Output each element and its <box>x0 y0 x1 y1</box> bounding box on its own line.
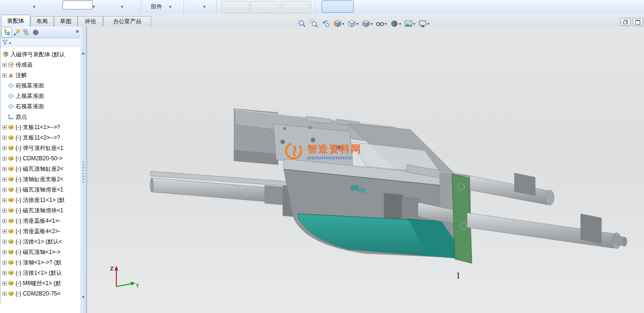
expand-icon[interactable] <box>2 229 7 234</box>
graphics-viewport[interactable]: 智造资料网 Z Y I <box>87 26 644 313</box>
tree-item[interactable]: (-) 滑座盖板4<2>- <box>0 226 80 236</box>
panel-collapse-button[interactable]: » <box>76 28 79 35</box>
tree-item[interactable]: (-) 弹弓顶杆缸座<1 <box>0 143 80 153</box>
filter-icon[interactable] <box>2 39 8 47</box>
expand-icon[interactable] <box>2 136 7 140</box>
expand-icon[interactable] <box>2 188 7 192</box>
previous-view-button[interactable] <box>321 18 331 29</box>
dropdown-caret-icon[interactable]: ▾ <box>203 4 206 9</box>
model-right-cylinders[interactable] <box>467 173 627 249</box>
tree-item[interactable]: (-) 支板11<2>-->? <box>0 132 80 143</box>
property-manager-tab[interactable] <box>12 27 21 37</box>
expand-icon[interactable] <box>2 240 7 244</box>
tree-item[interactable]: (-) 活接1<1> (默认 <box>0 268 80 278</box>
tree-item[interactable]: A注解 <box>0 70 80 80</box>
tab-assembly[interactable]: 装配体 <box>1 15 30 26</box>
ribbon-separator <box>141 0 141 14</box>
panel-splitter[interactable]: ▲ ▼ <box>80 26 87 313</box>
expand-icon[interactable] <box>2 209 7 213</box>
tree-item[interactable]: (-) 磁瓦顶轴<1>-> <box>0 247 80 257</box>
dropdown-caret-icon[interactable]: ▾ <box>93 4 95 9</box>
restore-window-button[interactable] <box>620 18 631 26</box>
tab-sketch[interactable]: 草图 <box>54 16 78 26</box>
tree-item-label: (-) M6螺丝<1> (默 <box>16 279 61 287</box>
part-icon <box>7 249 15 255</box>
tree-item[interactable]: 上视基准面 <box>0 91 80 101</box>
tab-evaluate[interactable]: 评估 <box>78 16 103 26</box>
expand-icon[interactable] <box>2 167 7 171</box>
configuration-manager-tab[interactable] <box>21 27 31 37</box>
expand-icon[interactable] <box>2 177 7 182</box>
dropdown-caret-icon[interactable]: ▾ <box>427 22 429 26</box>
tree-root-item[interactable]: 入磁弹弓装配体 (默认 <box>0 49 80 60</box>
y-axis-label: Y <box>136 283 139 288</box>
expand-icon[interactable] <box>2 250 7 254</box>
edit-appearance-button[interactable]: ▾ <box>389 18 402 29</box>
apply-scene-button[interactable]: ▾ <box>403 18 416 29</box>
ribbon-button-selected[interactable] <box>322 0 354 13</box>
expand-icon[interactable] <box>2 261 7 265</box>
text-cursor: I <box>457 271 460 280</box>
dropdown-caret-icon[interactable]: ▾ <box>33 4 35 9</box>
view-orientation-button[interactable]: ▾ <box>347 18 359 29</box>
tab-office-products[interactable]: 办公室产品 <box>103 16 151 26</box>
tree-item-label: (-) CDM2B20-50-> <box>16 155 62 162</box>
tree-item[interactable]: (-) 活接<1> (默认< <box>0 236 80 247</box>
dropdown-caret-icon[interactable]: ▾ <box>342 22 344 26</box>
expand-icon[interactable] <box>2 125 7 130</box>
expand-icon[interactable] <box>2 271 7 275</box>
cad-model[interactable] <box>87 26 644 313</box>
tree-item[interactable]: (-) 顶轴<1>->? (默 <box>0 257 80 268</box>
dropdown-caret-icon[interactable]: ▾ <box>385 22 387 26</box>
tree-item[interactable]: (-) 磁瓦顶轴缸座2< <box>0 164 80 174</box>
expand-icon[interactable] <box>2 219 7 223</box>
part-icon <box>7 145 15 151</box>
tree-scroll-down-icon[interactable]: ▼ <box>81 295 85 299</box>
tree-scroll-up-icon[interactable]: ▲ <box>81 51 85 55</box>
expand-icon[interactable] <box>2 146 7 150</box>
zoom-area-button[interactable] <box>309 18 319 29</box>
display-style-button[interactable]: ▾ <box>361 18 374 29</box>
dropdown-caret-icon[interactable]: ▾ <box>357 22 358 26</box>
expand-icon[interactable] <box>2 63 7 67</box>
dropdown-caret-icon[interactable]: ▾ <box>121 4 123 9</box>
tree-item[interactable]: 传感器 <box>0 60 80 70</box>
tree-item[interactable]: (-) 顶轴缸座支板2< <box>0 174 80 184</box>
hide-show-items-button[interactable]: ▾ <box>375 18 388 29</box>
section-view-button[interactable]: ▾ <box>332 18 345 29</box>
feature-manager-tab[interactable] <box>1 27 12 37</box>
tree-item[interactable]: (-) CDM2B20-50-> <box>0 153 80 164</box>
dropdown-caret-icon[interactable]: ▾ <box>371 22 373 26</box>
display-manager-tab[interactable] <box>31 27 40 37</box>
tree-item-label: (-) 弹弓顶杆缸座<1 <box>16 144 63 152</box>
tree-item[interactable]: (-) 活接座11<1> (默 <box>0 195 80 205</box>
dropdown-caret-icon[interactable]: ▾ <box>169 4 172 9</box>
tree-item[interactable]: 右视基准面 <box>0 101 80 112</box>
tree-item[interactable]: (-) 支板11<1>-->? <box>0 122 80 132</box>
ribbon-combobox[interactable] <box>62 0 93 9</box>
tree-item-label: 前视基准面 <box>16 82 44 90</box>
dropdown-caret-icon[interactable]: ▾ <box>399 22 401 26</box>
tree-item[interactable]: (-) M6螺丝<1> (默 <box>0 278 80 288</box>
maximize-window-button[interactable] <box>633 18 643 26</box>
zoom-fit-button[interactable] <box>297 18 307 29</box>
tree-item[interactable]: 原点 <box>0 112 80 122</box>
component-button-label[interactable]: 部件 <box>146 3 167 11</box>
expand-icon[interactable] <box>2 292 7 296</box>
expand-icon[interactable] <box>2 156 7 161</box>
filter-caret-icon[interactable]: ▾ <box>9 41 11 45</box>
tree-item[interactable]: (-) 磁瓦顶轴滑块<1 <box>0 205 80 216</box>
dropdown-caret-icon[interactable]: ▾ <box>413 22 415 26</box>
view-settings-button[interactable]: ▾ <box>418 18 430 29</box>
tree-item[interactable]: (-) 磁瓦顶轴滑座<1 <box>0 184 80 195</box>
tab-layout[interactable]: 布局 <box>30 16 54 26</box>
expand-icon[interactable] <box>2 281 7 286</box>
expand-icon[interactable] <box>2 73 7 78</box>
tree-item[interactable]: 前视基准面 <box>0 80 80 91</box>
splitter-grip[interactable] <box>82 162 84 183</box>
tree-item[interactable]: (-) 滑座盖板4<1>- <box>0 216 80 226</box>
expand-icon[interactable] <box>2 198 7 202</box>
tree-item[interactable]: (-) CDM2B20-75< <box>0 288 80 297</box>
display-style-icon <box>362 19 370 28</box>
part-icon <box>7 259 15 266</box>
